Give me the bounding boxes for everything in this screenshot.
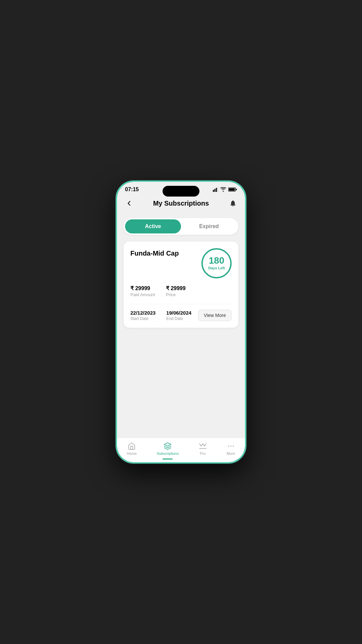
start-date-label: Start Date bbox=[130, 316, 156, 321]
screen: 07:15 bbox=[117, 182, 245, 462]
days-label: Days Left bbox=[208, 266, 225, 270]
dynamic-island bbox=[163, 186, 199, 197]
nav-item-subscriptions[interactable]: Subscriptions bbox=[151, 441, 184, 457]
price-item: ₹ 29999 Price bbox=[166, 285, 186, 297]
header: My Subscriptions bbox=[117, 195, 245, 213]
nav-item-more[interactable]: More bbox=[221, 441, 240, 457]
nav-label-subscriptions: Subscriptions bbox=[157, 451, 179, 455]
paid-amount-value: ₹ 29999 bbox=[130, 285, 155, 291]
nav-label-more: More bbox=[227, 451, 235, 455]
status-time: 07:15 bbox=[125, 186, 139, 193]
price-label: Price bbox=[166, 292, 186, 297]
dates-row: 22/12/2023 Start Date 19/06/2024 End Dat… bbox=[130, 304, 232, 321]
pro-icon bbox=[199, 442, 207, 450]
nav-label-home: Home bbox=[127, 451, 137, 455]
tab-bar: Active Expired bbox=[124, 218, 238, 235]
fund-info: Funda-Mid Cap bbox=[130, 248, 179, 257]
paid-amount-label: Paid Amount bbox=[130, 292, 155, 297]
days-left-circle: 180 Days Left bbox=[201, 248, 232, 278]
svg-rect-7 bbox=[229, 189, 235, 191]
fund-name: Funda-Mid Cap bbox=[130, 250, 179, 257]
notification-button[interactable] bbox=[228, 198, 238, 209]
card-header: Funda-Mid Cap 180 Days Left bbox=[130, 248, 232, 278]
start-date-value: 22/12/2023 bbox=[130, 310, 156, 316]
page-title: My Subscriptions bbox=[153, 200, 209, 207]
nav-active-indicator bbox=[163, 459, 173, 460]
end-date-value: 19/06/2024 bbox=[166, 310, 191, 316]
battery-icon bbox=[228, 187, 237, 192]
days-number: 180 bbox=[209, 256, 225, 265]
nav-item-pro[interactable]: Pro bbox=[193, 441, 212, 457]
dates-left: 22/12/2023 Start Date 19/06/2024 End Dat… bbox=[130, 310, 191, 321]
status-bar: 07:15 bbox=[117, 182, 245, 195]
svg-rect-6 bbox=[236, 189, 237, 190]
svg-point-8 bbox=[228, 446, 229, 447]
svg-rect-0 bbox=[213, 190, 214, 192]
amounts-row: ₹ 29999 Paid Amount ₹ 29999 Price bbox=[130, 285, 232, 297]
nav-label-pro: Pro bbox=[200, 451, 205, 455]
signal-icon bbox=[213, 187, 218, 192]
back-button[interactable] bbox=[124, 198, 134, 209]
tab-expired[interactable]: Expired bbox=[181, 219, 237, 233]
content-area: Active Expired Funda-Mid Cap 180 Days Le… bbox=[117, 213, 245, 438]
phone-frame: 07:15 bbox=[116, 180, 246, 464]
svg-rect-2 bbox=[216, 188, 217, 192]
paid-amount-item: ₹ 29999 Paid Amount bbox=[130, 285, 155, 297]
svg-rect-3 bbox=[218, 187, 219, 192]
svg-point-9 bbox=[230, 446, 231, 447]
svg-point-10 bbox=[233, 446, 234, 447]
home-icon bbox=[128, 442, 136, 450]
wifi-icon bbox=[220, 187, 226, 192]
status-icons bbox=[213, 187, 237, 192]
tab-active[interactable]: Active bbox=[125, 219, 181, 233]
subscription-card: Funda-Mid Cap 180 Days Left ₹ 29999 Paid… bbox=[124, 241, 238, 328]
svg-point-4 bbox=[223, 191, 224, 192]
more-icon bbox=[227, 442, 235, 450]
nav-item-home[interactable]: Home bbox=[122, 441, 142, 457]
end-date-item: 19/06/2024 End Date bbox=[166, 310, 191, 321]
svg-rect-1 bbox=[215, 189, 216, 192]
start-date-item: 22/12/2023 Start Date bbox=[130, 310, 156, 321]
subscriptions-icon bbox=[164, 442, 172, 450]
bottom-nav: Home Subscriptions Pro bbox=[117, 438, 245, 462]
view-more-button[interactable]: View More bbox=[198, 310, 232, 321]
end-date-label: End Date bbox=[166, 316, 191, 321]
price-value: ₹ 29999 bbox=[166, 285, 186, 291]
